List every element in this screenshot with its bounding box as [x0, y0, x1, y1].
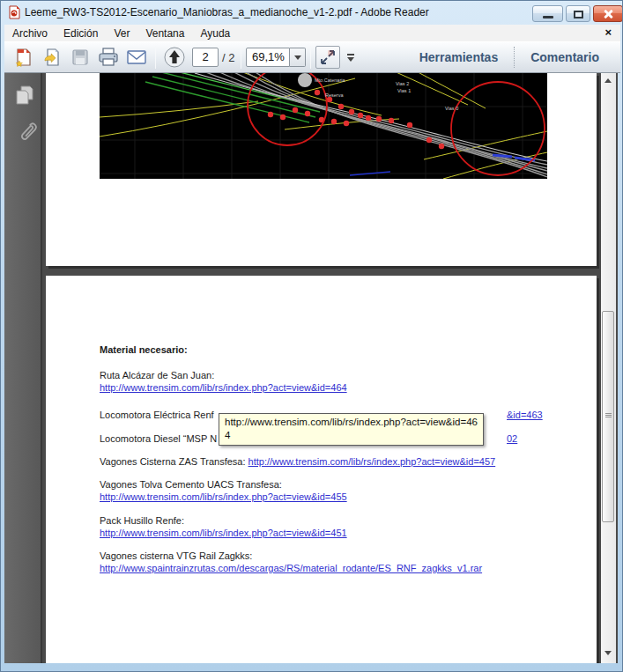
scroll-up-icon[interactable] — [604, 78, 612, 83]
page-total-label: / 2 — [222, 51, 234, 64]
close-document-icon[interactable]: × — [604, 26, 612, 39]
zoom-input[interactable]: 69,1% — [246, 48, 290, 67]
material-label: Ruta Alcázar de San Juan: — [100, 370, 214, 380]
email-button[interactable] — [123, 45, 150, 70]
chevron-down-icon — [347, 57, 354, 62]
menu-bar-icon — [347, 54, 354, 55]
pdf-page-1: Mto.Catenaria Reserva Vias 2 Vias 1 Vias… — [46, 73, 597, 266]
scrollbar-grip — [605, 413, 612, 418]
link-url-tooltip: http://www.trensim.com/lib/rs/index.php?… — [219, 413, 484, 446]
adobe-reader-window: Leeme_RW3-TS2012-Escenario_Maniobras_a_m… — [0, 0, 623, 672]
print-button[interactable] — [95, 45, 122, 70]
toolbar-more-button[interactable] — [347, 54, 354, 62]
menu-edicion[interactable]: Edición — [56, 26, 106, 41]
page-thumbnails-icon[interactable] — [14, 85, 35, 111]
material-label: Vagones Cisterna ZAS Transfesa: — [100, 456, 248, 467]
menu-ventana[interactable]: Ventana — [137, 26, 192, 41]
pdf-viewport[interactable]: Mto.Catenaria Reserva Vias 2 Vias 1 Vias… — [44, 73, 601, 663]
create-pdf-icon — [13, 47, 34, 68]
material-link[interactable]: http://www.trensim.com/lib/rs/index.php?… — [100, 491, 347, 502]
scrollbar-thumb[interactable] — [602, 311, 614, 522]
window-title: Leeme_RW3-TS2012-Escenario_Maniobras_a_m… — [25, 6, 429, 18]
save-icon — [70, 47, 91, 68]
comentario-button[interactable]: Comentario — [515, 50, 615, 64]
zoom-dropdown-button[interactable] — [290, 48, 306, 67]
page-number-input[interactable]: 2 — [192, 48, 219, 67]
menu-archivo[interactable]: Archivo — [4, 26, 56, 41]
print-icon — [97, 47, 120, 68]
open-file-icon — [41, 47, 63, 68]
save-button[interactable] — [67, 45, 93, 70]
document-area: Mto.Catenaria Reserva Vias 2 Vias 1 Vias… — [4, 73, 618, 663]
material-heading: Material necesario: — [100, 344, 188, 355]
material-label: Vagones cisterna VTG Rail Zagkks: — [100, 550, 252, 561]
minimize-icon — [543, 16, 553, 18]
pdf-page-2: Material necesario: Ruta Alcázar de San … — [46, 276, 597, 663]
close-icon — [602, 8, 614, 20]
map-label: Vias 2 — [396, 81, 409, 86]
attachments-paperclip-icon[interactable] — [14, 119, 37, 151]
catenary-marker — [298, 73, 312, 87]
material-label: Locomotora Diesel “MSP N — [100, 433, 217, 444]
toolbar-separator — [310, 46, 311, 69]
create-pdf-button[interactable] — [11, 45, 37, 70]
herramientas-button[interactable]: Herramientas — [404, 50, 515, 64]
minimize-button[interactable] — [532, 5, 563, 22]
pdf-app-icon — [7, 5, 21, 23]
resize-arrows-icon — [319, 48, 337, 66]
toolbar-separator — [155, 46, 156, 69]
chevron-down-icon — [294, 55, 301, 60]
material-label: Vagones Tolva Cemento UACS Transfesa: — [100, 479, 282, 490]
material-link[interactable]: http://www.spaintrainzrutas.com/descarga… — [100, 563, 482, 573]
tooltip-line1: http://www.trensim.com/lib/rs/index.php?… — [225, 416, 478, 429]
material-label: Pack Husillo Renfe: — [100, 515, 184, 526]
material-link-fragment[interactable]: &id=463 — [507, 410, 543, 420]
material-link[interactable]: http://www.trensim.com/lib/rs/index.php?… — [248, 456, 496, 467]
map-label: Mto.Catenaria — [315, 78, 345, 83]
restore-button[interactable] — [566, 5, 590, 22]
title-bar[interactable]: Leeme_RW3-TS2012-Escenario_Maniobras_a_m… — [1, 1, 623, 25]
email-icon — [125, 47, 148, 68]
menu-ver[interactable]: Ver — [106, 26, 137, 41]
material-line: Vagones Cisterna ZAS Transfesa: http://w… — [100, 456, 495, 467]
material-link[interactable]: http://www.trensim.com/lib/rs/index.php?… — [100, 528, 347, 538]
track-layout-image: Mto.Catenaria Reserva Vias 2 Vias 1 Vias… — [100, 73, 547, 179]
map-label: Vias 0 — [445, 106, 458, 111]
main-toolbar: 2 / 2 69,1% Herramientas Comentario — [4, 41, 620, 73]
material-link[interactable]: http://www.trensim.com/lib/rs/index.php?… — [100, 382, 347, 393]
restore-icon — [574, 11, 583, 18]
material-link-fragment[interactable]: 02 — [507, 433, 517, 444]
menu-ayuda[interactable]: Ayuda — [192, 26, 238, 41]
scroll-down-icon[interactable] — [604, 651, 612, 655]
close-button[interactable] — [593, 5, 623, 22]
navigation-sidebar — [4, 73, 42, 663]
map-label: Vias 1 — [397, 88, 411, 93]
material-label: Locomotora Eléctrica Renf — [100, 410, 214, 420]
map-label: Reserva — [325, 92, 344, 98]
tooltip-line2: 4 — [225, 429, 478, 442]
page-up-button[interactable] — [161, 45, 188, 70]
toolbar-separator — [241, 46, 241, 69]
vertical-scrollbar[interactable] — [601, 73, 616, 663]
open-file-button[interactable] — [39, 45, 65, 70]
menu-bar: Archivo Edición Ver Ventana Ayuda × — [4, 25, 620, 41]
page-up-icon — [163, 46, 186, 69]
fit-window-button[interactable] — [315, 46, 340, 69]
